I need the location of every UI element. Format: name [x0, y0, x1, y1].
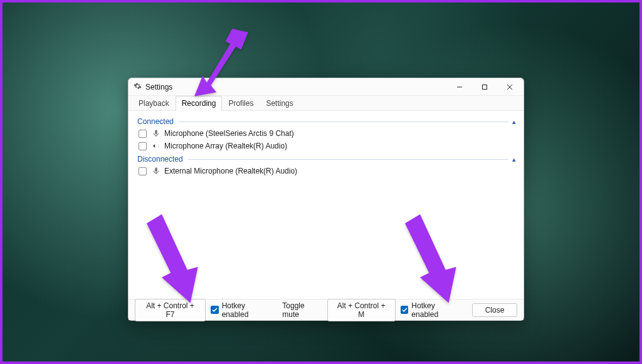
annotation-arrow-icon [397, 212, 473, 306]
window-title: Settings [145, 83, 172, 91]
section-disconnected-header[interactable]: Disconnected ▴ [137, 155, 517, 164]
checkbox[interactable] [139, 130, 147, 138]
microphone-icon [152, 167, 160, 175]
svg-marker-1 [194, 29, 248, 96]
toggle-mute-label: Toggle mute [282, 301, 322, 319]
svg-marker-3 [405, 214, 456, 303]
checkbox[interactable] [139, 142, 147, 150]
hotkey1-enabled-checkbox[interactable]: Hotkey enabled [211, 301, 272, 319]
desktop-background: Settings Playback Recording Profiles Set… [0, 0, 642, 364]
check-icon [211, 306, 219, 314]
hotkey2-button[interactable]: Alt + Control + M [327, 299, 396, 321]
microphone-icon [152, 142, 160, 150]
minimize-button[interactable] [447, 78, 472, 95]
maximize-button[interactable] [472, 78, 497, 95]
hotkey1-enabled-label: Hotkey enabled [222, 301, 273, 319]
close-button[interactable] [497, 78, 522, 95]
device-row[interactable]: External Microphone (Realtek(R) Audio) [135, 165, 517, 177]
checkbox[interactable] [139, 167, 147, 175]
svg-rect-0 [483, 85, 487, 89]
microphone-icon [152, 129, 160, 138]
section-connected-header[interactable]: Connected ▴ [137, 117, 517, 126]
svg-marker-2 [147, 214, 198, 303]
device-row[interactable]: Microphone (SteelSeries Arctis 9 Chat) [135, 127, 517, 140]
section-connected-title: Connected [137, 117, 174, 126]
tab-profiles[interactable]: Profiles [222, 96, 260, 111]
tab-settings[interactable]: Settings [260, 96, 299, 111]
device-name: Microphone Array (Realtek(R) Audio) [164, 142, 287, 150]
chevron-up-icon: ▴ [511, 155, 517, 164]
section-disconnected-title: Disconnected [137, 155, 183, 164]
chevron-up-icon: ▴ [511, 118, 517, 126]
device-name: Microphone (SteelSeries Arctis 9 Chat) [164, 129, 294, 138]
close-footer-button[interactable]: Close [472, 303, 517, 317]
device-name: External Microphone (Realtek(R) Audio) [164, 167, 297, 175]
tab-playback[interactable]: Playback [132, 96, 176, 111]
tab-recording[interactable]: Recording [176, 96, 223, 111]
device-row[interactable]: Microphone Array (Realtek(R) Audio) [135, 140, 517, 152]
gear-icon [134, 82, 142, 92]
tabbar: Playback Recording Profiles Settings [129, 96, 524, 111]
annotation-arrow-icon [184, 29, 260, 98]
check-icon [401, 306, 409, 314]
annotation-arrow-icon [139, 212, 214, 306]
